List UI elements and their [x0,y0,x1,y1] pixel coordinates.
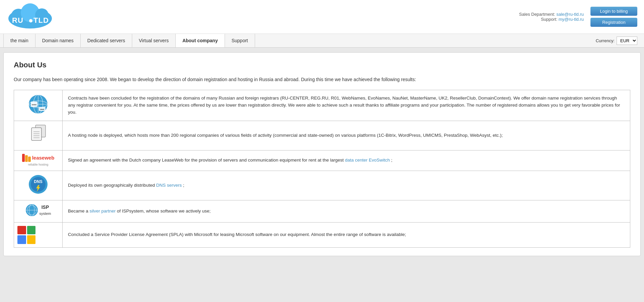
windows-flag-icon [17,226,35,244]
support-label: Support: [541,17,557,22]
leaseweb-logo: leaseweb reliable hosting [22,154,55,167]
nav-tab-about-company[interactable]: About company [176,34,225,47]
isp-text-block: ISP system [39,204,51,217]
currency-label: Currency: [596,38,615,43]
table-row: leaseweb reliable hosting Signed an agre… [14,150,630,171]
svg-text:DNS: DNS [34,179,42,184]
svg-rect-24 [28,157,31,162]
icon-cell-isp: ISP system [14,200,63,222]
page-title: About Us [14,61,630,69]
hosting-text: A hosting node is deployed, which hosts … [63,121,630,150]
evoswtich-link[interactable]: data center EvoSwitch [345,158,390,163]
login-button[interactable]: Login to billing [590,7,637,16]
currency-area: Currency: EUR USD RUB [592,37,641,45]
svg-text:RU: RU [12,16,23,24]
sales-email[interactable]: sale@ru-tld.ru [556,12,584,17]
header-right: Sales Department: sale@ru-tld.ru Support… [519,7,637,27]
info-table: www www Contracts have been concluded fo… [14,90,630,248]
svg-rect-22 [22,154,25,162]
main-content: About Us Our company has been operating … [3,52,641,256]
nav-bar: the main Domain names Dedicated servers … [0,34,644,48]
svg-text:TLD: TLD [33,16,49,24]
icon-cell-hosting [14,121,63,150]
support-email[interactable]: my@ru-tld.ru [559,17,584,22]
nav-tab-support[interactable]: Support [225,34,255,47]
leaseweb-stripes-icon [22,154,31,162]
contact-info: Sales Department: sale@ru-tld.ru Support… [519,12,584,22]
nav-tab-domain-names[interactable]: Domain names [35,34,81,47]
nav-tab-the-main[interactable]: the main [3,34,35,47]
globe-icon: www www [28,94,48,114]
flag-yellow [27,235,36,244]
table-row: www www Contracts have been concluded fo… [14,90,630,121]
microsoft-text: Concluded a Service Provider License Agr… [63,222,630,247]
dns-servers-link[interactable]: DNS servers [156,183,182,188]
leaseweb-text: Signed an agreement with the Dutch compa… [63,150,630,171]
table-row: DNS Deployed its own geographically dist… [14,171,630,200]
page-header: RU TLD Sales Department: sale@ru-tld.ru … [0,0,644,34]
leaseweb-tagline: reliable hosting [28,163,49,167]
currency-select[interactable]: EUR USD RUB [617,37,637,45]
icon-cell-microsoft [14,222,63,247]
database-icon [29,124,47,144]
isp-logo: ISP system [25,204,51,217]
table-row: A hosting node is deployed, which hosts … [14,121,630,150]
svg-text:www: www [31,104,36,106]
flag-green [27,226,36,235]
nav-tab-dedicated-servers[interactable]: Dedicated servers [81,34,132,47]
nav-tabs: the main Domain names Dedicated servers … [3,34,592,47]
icon-cell-leaseweb: leaseweb reliable hosting [14,150,63,171]
leaseweb-logo-inner: leaseweb [22,154,55,162]
icon-cell-domains: www www [14,90,63,121]
sales-info: Sales Department: sale@ru-tld.ru [519,12,584,17]
flag-red [17,226,26,235]
silver-partner-link[interactable]: silver partner [90,208,116,214]
leaseweb-name: leaseweb [32,154,55,162]
svg-rect-23 [25,155,28,162]
dns-text: Deployed its own geographically distribu… [63,171,630,200]
dns-icon: DNS [28,174,48,194]
table-row: Concluded a Service Provider License Agr… [14,222,630,247]
logo-icon: RU TLD [7,3,54,30]
icon-cell-dns: DNS [14,171,63,200]
svg-text:www: www [40,108,44,110]
isp-globe-icon [25,204,38,217]
header-buttons: Login to billing Registration [590,7,637,27]
intro-text: Our company has been operating since 200… [14,76,630,83]
sales-label: Sales Department: [519,12,555,17]
flag-blue [17,235,26,244]
isp-text: Became a silver partner of ISPsystem, wh… [63,200,630,222]
svg-point-5 [29,19,32,22]
nav-tab-virtual-servers[interactable]: Virtual servers [132,34,176,47]
svg-rect-17 [31,128,42,140]
logo-area: RU TLD [7,3,54,30]
register-button[interactable]: Registration [590,18,637,27]
table-row: ISP system Became a silver partner of IS… [14,200,630,222]
isp-system-label: system [39,211,51,217]
isp-label: ISP [39,204,51,211]
support-info: Support: my@ru-tld.ru [519,17,584,22]
domains-text: Contracts have been concluded for the re… [63,90,630,121]
